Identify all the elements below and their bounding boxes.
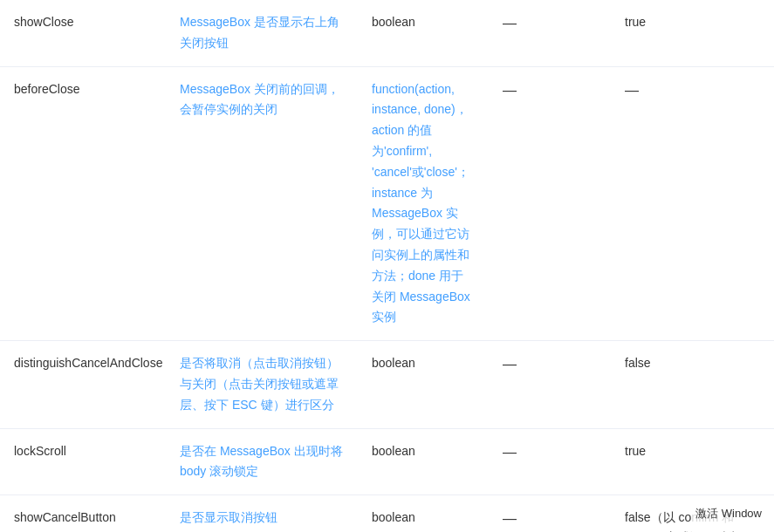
cell-name: showCancelButton (0, 495, 166, 532)
cell-desc: MessageBox 是否显示右上角关闭按钮 (166, 0, 358, 66)
cell-type-extra: function(action, instance, done)，action … (358, 66, 489, 341)
table-row: showCancelButton 是否显示取消按钮 boolean — fals… (0, 495, 774, 532)
api-table: showClose MessageBox 是否显示右上角关闭按钮 boolean… (0, 0, 774, 532)
cell-value: true (611, 428, 774, 495)
cell-name: lockScroll (0, 428, 166, 495)
cell-name: beforeClose (0, 66, 166, 341)
watermark-text: 激活 Window (692, 504, 765, 523)
cell-desc: MessageBox 关闭前的回调，会暂停实例的关闭 (166, 66, 358, 341)
table-row: lockScroll 是否在 MessageBox 出现时将 body 滚动锁定… (0, 428, 774, 495)
table-row: distinguishCancelAndClose 是否将取消（点击取消按钮）与… (0, 341, 774, 428)
cell-value: true (611, 0, 774, 66)
cell-value: false (611, 341, 774, 428)
cell-default: — (489, 495, 611, 532)
cell-default: — (489, 341, 611, 428)
table-row: showClose MessageBox 是否显示右上角关闭按钮 boolean… (0, 0, 774, 66)
cell-name: distinguishCancelAndClose (0, 341, 166, 428)
cell-name: showClose (0, 0, 166, 66)
cell-desc: 是否显示取消按钮 (166, 495, 358, 532)
cell-desc: 是否将取消（点击取消按钮）与关闭（点击关闭按钮或遮罩层、按下 ESC 键）进行区… (166, 341, 358, 428)
cell-default: — (489, 66, 611, 341)
cell-default: — (489, 0, 611, 66)
cell-type: boolean (358, 428, 489, 495)
cell-type: boolean (358, 495, 489, 532)
cell-default: — (489, 428, 611, 495)
cell-value: — (611, 66, 774, 341)
cell-type: boolean (358, 0, 489, 66)
cell-desc: 是否在 MessageBox 出现时将 body 滚动锁定 (166, 428, 358, 495)
table-row: beforeClose MessageBox 关闭前的回调，会暂停实例的关闭 f… (0, 66, 774, 341)
cell-type: boolean (358, 341, 489, 428)
